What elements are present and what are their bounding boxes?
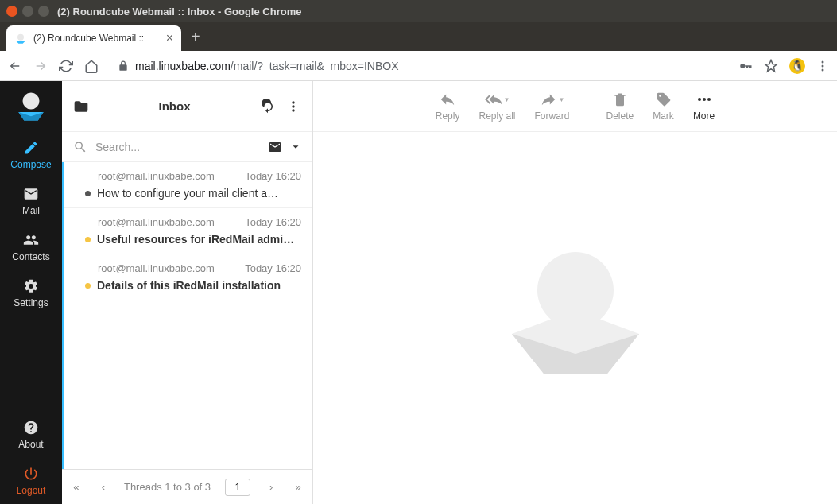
unread-dot (85, 191, 91, 196)
window-title: (2) Roundcube Webmail :: Inbox - Google … (57, 6, 301, 17)
toolbar-more[interactable]: More (685, 91, 723, 122)
sidebar-item-logout[interactable]: Logout (0, 458, 62, 504)
pager-last-icon[interactable]: » (292, 481, 304, 493)
new-tab-button[interactable]: + (191, 28, 200, 46)
sidebar-mail-label: Mail (22, 205, 40, 216)
toolbar-mark[interactable]: Mark (645, 91, 682, 122)
back-button[interactable] (8, 59, 22, 73)
message-from: root@mail.linuxbabe.com (98, 216, 215, 228)
sidebar: Compose Mail Contacts Settings About Log… (0, 81, 62, 504)
forward-icon (540, 91, 557, 108)
toolbar-delete[interactable]: Delete (599, 91, 642, 122)
search-options-icon[interactable] (290, 142, 301, 153)
os-titlebar: (2) Roundcube Webmail :: Inbox - Google … (0, 0, 837, 22)
message-item[interactable]: root@mail.linuxbabe.comToday 16:20Useful… (62, 208, 312, 254)
sidebar-item-mail[interactable]: Mail (0, 178, 62, 224)
home-button[interactable] (84, 59, 99, 73)
search-row (62, 132, 312, 162)
message-date: Today 16:20 (245, 216, 301, 228)
tab-row: (2) Roundcube Webmail :: × + (0, 22, 837, 51)
window-controls (6, 6, 49, 17)
more-icon (696, 95, 712, 103)
chevron-down-icon: ▼ (559, 96, 565, 103)
url-path: /mail/?_task=mail&_mbox=INBOX (231, 60, 399, 72)
toolbar-replyall-label: Reply all (479, 110, 515, 122)
browser-chrome: (2) Roundcube Webmail :: × + mail.linuxb… (0, 22, 837, 81)
reload-button[interactable] (59, 59, 73, 73)
message-date: Today 16:20 (245, 170, 301, 182)
sidebar-about-label: About (18, 439, 43, 450)
trash-icon (612, 91, 628, 107)
window-minimize[interactable] (22, 6, 33, 17)
pager-page-input[interactable] (225, 479, 250, 496)
profile-avatar[interactable]: 🐧 (789, 58, 805, 74)
sidebar-item-contacts[interactable]: Contacts (0, 224, 62, 270)
app-logo (0, 81, 62, 132)
empty-mail-icon (488, 231, 663, 405)
message-subject: Useful resources for iRedMail admi… (97, 233, 294, 246)
search-input[interactable] (95, 141, 260, 153)
toolbar-reply-all[interactable]: ▼ Reply all (471, 91, 523, 122)
svg-point-8 (292, 109, 294, 111)
browser-tab[interactable]: (2) Roundcube Webmail :: × (6, 25, 181, 51)
message-list-column: Inbox root@mail.linuxbabe.comToday 16:20… (62, 81, 313, 504)
unread-dot (85, 237, 91, 242)
refresh-icon[interactable] (260, 99, 276, 114)
pager-prev-icon[interactable]: ‹ (97, 481, 110, 493)
list-header: Inbox (62, 81, 312, 132)
pager-first-icon[interactable]: « (70, 481, 83, 493)
sidebar-item-compose[interactable]: Compose (0, 132, 62, 178)
tag-icon (656, 91, 672, 107)
tab-title: (2) Roundcube Webmail :: (33, 33, 160, 44)
svg-point-10 (703, 98, 706, 101)
svg-point-6 (292, 101, 294, 103)
pager-next-icon[interactable]: › (265, 481, 277, 493)
list-menu-icon[interactable] (285, 99, 301, 114)
folder-icon[interactable] (73, 99, 89, 114)
logout-icon (23, 466, 39, 482)
contacts-icon (23, 232, 39, 248)
search-scope-icon[interactable] (268, 140, 282, 154)
compose-icon (23, 140, 39, 156)
mail-icon (23, 186, 39, 202)
toolbar-mark-label: Mark (653, 110, 674, 122)
svg-point-11 (707, 98, 711, 101)
svg-point-5 (23, 93, 40, 110)
message-list: root@mail.linuxbabe.comToday 16:20How to… (62, 162, 312, 469)
svg-point-4 (822, 68, 824, 71)
message-subject: Details of this iRedMail installation (97, 279, 281, 292)
tab-close-icon[interactable]: × (166, 32, 173, 45)
toolbar-reply[interactable]: Reply (428, 91, 468, 122)
mail-toolbar: Reply ▼ Reply all ▼ Forward Delete Mark (313, 81, 837, 132)
sidebar-compose-label: Compose (10, 159, 51, 170)
message-item[interactable]: root@mail.linuxbabe.comToday 16:20How to… (62, 162, 312, 208)
message-date: Today 16:20 (245, 262, 301, 274)
toolbar-forward[interactable]: ▼ Forward (527, 91, 578, 122)
chrome-menu-icon[interactable] (816, 60, 829, 72)
forward-button[interactable] (33, 59, 48, 73)
message-item[interactable]: root@mail.linuxbabe.comToday 16:20Detail… (62, 254, 312, 300)
lock-icon (118, 60, 129, 72)
key-icon[interactable] (738, 59, 753, 73)
message-subject: How to configure your mail client a… (97, 187, 278, 200)
sidebar-item-about[interactable]: About (0, 412, 62, 458)
url-host: mail.linuxbabe.com (135, 60, 231, 72)
toolbar-forward-label: Forward (535, 110, 570, 122)
browser-toolbar: mail.linuxbabe.com/mail/?_task=mail&_mbo… (0, 51, 837, 81)
chevron-down-icon: ▼ (504, 96, 510, 103)
app: Compose Mail Contacts Settings About Log… (0, 81, 837, 504)
message-from: root@mail.linuxbabe.com (98, 262, 215, 274)
sidebar-item-settings[interactable]: Settings (0, 270, 62, 316)
message-from: root@mail.linuxbabe.com (98, 170, 215, 182)
pager: « ‹ Threads 1 to 3 of 3 › » (62, 469, 312, 504)
star-icon[interactable] (764, 59, 778, 73)
window-close[interactable] (6, 6, 17, 17)
pager-label: Threads 1 to 3 of 3 (124, 481, 211, 493)
url-bar[interactable]: mail.linuxbabe.com/mail/?_task=mail&_mbo… (108, 60, 729, 72)
svg-point-0 (17, 34, 24, 41)
toolbar-reply-label: Reply (436, 110, 460, 122)
window-maximize[interactable] (38, 6, 49, 17)
svg-point-2 (822, 60, 824, 63)
search-icon (73, 140, 87, 154)
sidebar-logout-label: Logout (17, 485, 46, 496)
